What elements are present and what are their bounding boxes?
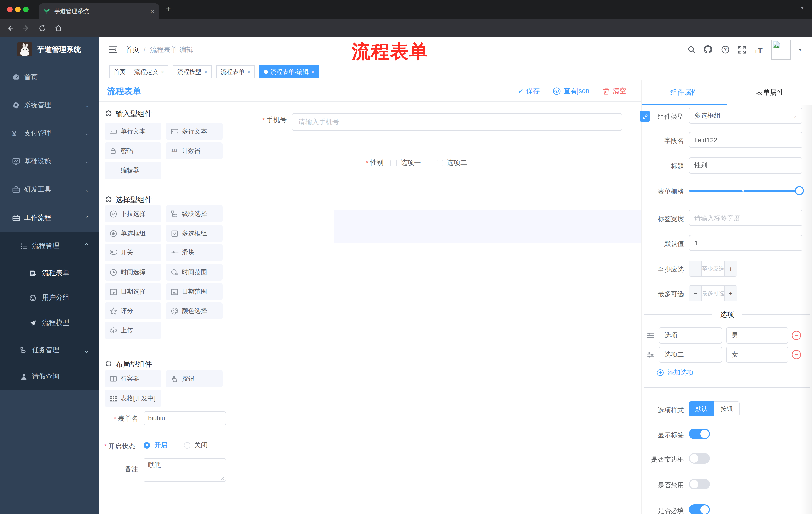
- palette-item-date-range[interactable]: 日期范围: [166, 283, 223, 300]
- form-name-input[interactable]: [144, 411, 226, 426]
- forward-button[interactable]: [19, 21, 33, 35]
- phone-field-input[interactable]: 请输入手机号: [292, 113, 622, 131]
- palette-item-single-text[interactable]: 单行文本: [105, 123, 161, 140]
- tag-close-icon[interactable]: ×: [204, 69, 207, 75]
- palette-item-select[interactable]: 下拉选择: [105, 205, 161, 222]
- view-json-button[interactable]: 查看json: [553, 86, 589, 96]
- sidebar-item-process-manage[interactable]: 流程管理 ⌃: [0, 233, 99, 259]
- tab-form-props[interactable]: 表单属性: [727, 80, 812, 105]
- tag-process-model[interactable]: 流程模型×: [173, 65, 212, 78]
- sidebar-item-workflow[interactable]: 工作流程 ⌃: [0, 204, 99, 232]
- sidebar-item-user-group[interactable]: 用户分组: [0, 285, 99, 310]
- window-close-button[interactable]: [7, 6, 12, 12]
- tag-close-icon[interactable]: ×: [311, 69, 314, 75]
- remark-textarea[interactable]: 嘿嘿: [144, 458, 226, 482]
- form-canvas[interactable]: *手机号 请输入手机号 *性别 选项一: [229, 102, 641, 514]
- reload-button[interactable]: [35, 21, 49, 35]
- browser-tab[interactable]: 芋道管理系统 ×: [39, 3, 159, 19]
- min-select-stepper[interactable]: − 至少应选 +: [689, 261, 737, 277]
- field-name-input[interactable]: [689, 132, 803, 148]
- sidebar-item-task-manage[interactable]: 任务管理 ⌄: [0, 337, 99, 362]
- option-drag-handle[interactable]: [647, 332, 655, 340]
- sidebar-item-payment[interactable]: ¥ 支付管理 ⌄: [0, 119, 99, 147]
- stepper-plus-button[interactable]: +: [725, 261, 736, 276]
- window-zoom-button[interactable]: [23, 6, 29, 12]
- breadcrumb-home[interactable]: 首页: [126, 45, 139, 54]
- palette-item-cascader[interactable]: 级联选择: [166, 205, 223, 222]
- label-width-input[interactable]: [689, 210, 803, 226]
- tab-close-icon[interactable]: ×: [150, 7, 154, 15]
- palette-item-counter[interactable]: 123计数器: [166, 142, 223, 159]
- save-button[interactable]: ✓ 保存: [518, 86, 540, 96]
- gender-option-2[interactable]: 选项二: [437, 158, 467, 168]
- font-size-icon[interactable]: TT: [754, 45, 764, 54]
- status-radio-off[interactable]: 关闭: [184, 439, 207, 451]
- sidebar-logo[interactable]: 芋道管理系统: [17, 40, 81, 58]
- remove-option2-button[interactable]: [791, 350, 802, 360]
- checkbox-icon[interactable]: [390, 160, 397, 166]
- option-drag-handle[interactable]: [647, 351, 655, 359]
- palette-item-upload[interactable]: 上传: [105, 322, 161, 339]
- option2-value-input[interactable]: [726, 347, 788, 362]
- status-radio-on[interactable]: 开启: [144, 439, 167, 451]
- sidebar-item-devtools[interactable]: 研发工具 ⌄: [0, 175, 99, 204]
- palette-item-password[interactable]: 密码: [105, 142, 161, 159]
- palette-item-button[interactable]: 按钮: [166, 370, 223, 387]
- option1-label-input[interactable]: [659, 327, 722, 344]
- tab-component-props[interactable]: 组件属性: [642, 80, 727, 105]
- palette-item-radio-group[interactable]: 单选框组: [105, 225, 161, 242]
- tab-search-caret-icon[interactable]: ▾: [801, 4, 804, 11]
- help-icon[interactable]: ?: [721, 45, 730, 54]
- palette-item-switch[interactable]: 开关: [105, 244, 161, 261]
- style-default-button[interactable]: 默认: [689, 401, 714, 416]
- default-value-input[interactable]: [689, 235, 803, 251]
- tag-process-form[interactable]: 流程表单×: [216, 65, 255, 78]
- palette-item-row-container[interactable]: 行容器: [105, 370, 161, 387]
- palette-item-time-range[interactable]: 时间范围: [166, 264, 223, 281]
- option2-label-input[interactable]: [659, 347, 722, 362]
- gender-option-1[interactable]: 选项一: [390, 158, 421, 168]
- disabled-switch[interactable]: [689, 479, 710, 489]
- title-input[interactable]: [689, 157, 803, 173]
- avatar-caret-icon[interactable]: ▾: [799, 47, 802, 52]
- remove-option1-button[interactable]: [791, 330, 802, 341]
- sidebar-item-home[interactable]: 首页: [0, 63, 99, 91]
- home-button[interactable]: [51, 21, 65, 35]
- style-button-button[interactable]: 按钮: [714, 401, 740, 416]
- back-button[interactable]: [3, 21, 17, 35]
- component-type-select[interactable]: 多选框组 ⌄: [689, 108, 803, 124]
- stepper-minus-button[interactable]: −: [689, 286, 701, 301]
- palette-item-editor[interactable]: 编辑器: [105, 162, 161, 179]
- tag-close-icon[interactable]: ×: [161, 69, 164, 75]
- tag-process-definition[interactable]: 流程定义×: [129, 65, 169, 78]
- sidebar-item-process-form[interactable]: 流程表单: [0, 261, 99, 286]
- show-label-switch[interactable]: [689, 429, 710, 439]
- palette-item-slider[interactable]: 滑块: [166, 244, 223, 261]
- grid-slider-track[interactable]: [689, 190, 800, 192]
- sidebar-item-infrastructure[interactable]: 基础设施 ⌄: [0, 147, 99, 175]
- palette-item-rate[interactable]: 评分: [105, 302, 161, 319]
- checkbox-icon[interactable]: [437, 160, 443, 166]
- sidebar-item-process-model[interactable]: 流程模型: [0, 310, 99, 335]
- required-switch[interactable]: [689, 505, 710, 514]
- add-option-button[interactable]: 添加选项: [657, 367, 693, 378]
- stepper-plus-button[interactable]: +: [725, 286, 736, 301]
- stepper-value[interactable]: 至少应选: [701, 261, 725, 276]
- option1-value-input[interactable]: [726, 327, 788, 344]
- palette-item-multi-text[interactable]: 多行文本: [166, 123, 223, 140]
- palette-item-color[interactable]: 颜色选择: [166, 302, 223, 319]
- fullscreen-icon[interactable]: [737, 45, 746, 54]
- border-switch[interactable]: [689, 453, 710, 464]
- palette-item-table[interactable]: 表格[开发中]: [105, 390, 161, 407]
- tag-close-icon[interactable]: ×: [247, 69, 251, 75]
- sidebar-collapse-button[interactable]: [109, 46, 117, 53]
- palette-item-date[interactable]: 日期选择: [105, 283, 161, 300]
- palette-item-time[interactable]: 时间选择: [105, 264, 161, 281]
- clear-button[interactable]: 清空: [603, 86, 626, 96]
- github-icon[interactable]: [703, 45, 713, 54]
- sidebar-item-system[interactable]: 系统管理 ⌄: [0, 91, 99, 119]
- new-tab-button[interactable]: +: [166, 4, 171, 14]
- stepper-minus-button[interactable]: −: [689, 261, 701, 276]
- tag-process-form-edit[interactable]: 流程表单-编辑×: [259, 65, 319, 78]
- sidebar-item-leave-query[interactable]: 请假查询: [0, 364, 99, 389]
